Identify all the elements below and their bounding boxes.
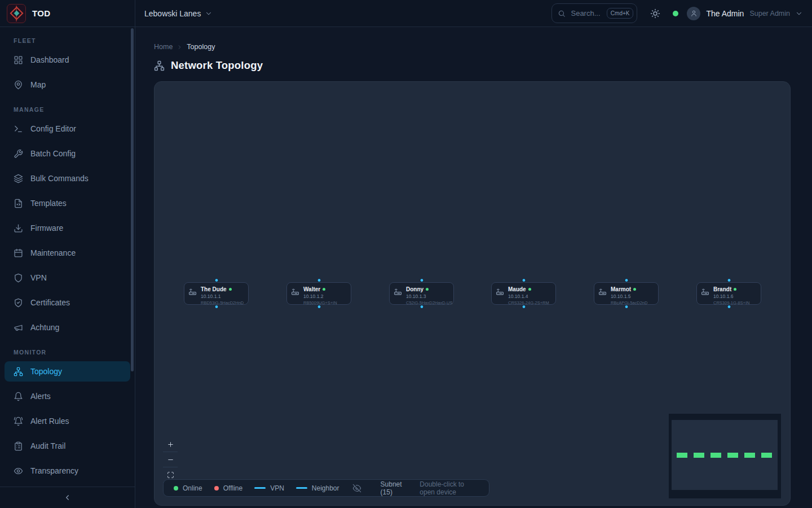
node-handle-top[interactable] (420, 278, 423, 282)
sidebar-item-bulk-commands[interactable]: Bulk Commands (5, 168, 130, 189)
sidebar-item-vpn[interactable]: VPN (5, 268, 130, 288)
search-shortcut-badge: Cmd+K (607, 8, 634, 19)
sidebar-scrollbar[interactable] (131, 28, 134, 371)
router-icon (598, 287, 607, 296)
topology-canvas[interactable]: Online Offline VPN Neighbor Subnet (15) … (154, 81, 791, 506)
minimap-node (710, 453, 721, 458)
minimap-viewport (672, 420, 778, 490)
device-node[interactable]: Donny10.10.1.3C52iG-5HaxD2HaxD-US (389, 282, 454, 305)
node-handle-bottom[interactable] (727, 305, 731, 309)
sidebar-item-map[interactable]: Map (5, 75, 130, 95)
breadcrumb: Home Topology (154, 43, 791, 51)
node-handle-top[interactable] (522, 278, 526, 282)
node-handle-bottom[interactable] (522, 305, 526, 309)
search-input[interactable] (570, 8, 602, 18)
node-handle-top[interactable] (727, 278, 731, 282)
certificates-icon (14, 298, 23, 308)
sidebar-item-alert-rules[interactable]: Alert Rules (5, 411, 130, 431)
node-handle-bottom[interactable] (420, 305, 423, 309)
node-name: Donny (406, 286, 453, 292)
app-logo-text: TOD (32, 8, 51, 18)
sidebar-section-label: MANAGE (14, 106, 121, 113)
minimap-node (677, 453, 687, 458)
zoom-in-button[interactable] (163, 437, 178, 452)
node-handle-bottom[interactable] (624, 305, 628, 309)
node-ip: 10.10.1.3 (406, 294, 453, 299)
legend-vpn: VPN (254, 484, 284, 492)
node-handle-bottom[interactable] (214, 305, 218, 309)
alerts-icon (14, 392, 23, 401)
sidebar-item-label: Maintenance (30, 248, 76, 257)
sidebar-collapse-button[interactable] (0, 487, 135, 508)
node-status-dot (734, 288, 736, 291)
node-ip: 10.10.1.2 (303, 294, 337, 299)
minimap-node (761, 453, 772, 458)
sidebar-item-audit-trail[interactable]: Audit Trail (5, 436, 130, 456)
node-status-dot (426, 288, 429, 291)
legend-subnet-label: Subnet (15) (381, 480, 406, 496)
sidebar-section: MONITORTopologyAlertsAlert RulesAudit Tr… (0, 349, 135, 481)
sidebar-item-topology[interactable]: Topology (5, 361, 130, 382)
sidebar-item-firmware[interactable]: Firmware (5, 218, 130, 238)
toggle-visibility-icon[interactable] (352, 484, 361, 493)
sidebar-item-dashboard[interactable]: Dashboard (5, 50, 130, 70)
chevron-down-icon (205, 10, 213, 17)
minimap[interactable] (669, 414, 781, 498)
sidebar-item-label: Alerts (30, 392, 51, 401)
sidebar-item-achtung[interactable]: Achtung (5, 317, 130, 338)
minus-icon (167, 456, 174, 463)
topology-icon (154, 60, 165, 71)
offline-dot (214, 486, 219, 491)
sidebar-item-label: Map (30, 80, 46, 89)
sidebar-item-templates[interactable]: Templates (5, 193, 130, 213)
sidebar-item-label: VPN (30, 273, 47, 282)
sidebar-item-config-editor[interactable]: Config Editor (5, 119, 130, 139)
sidebar-item-maintenance[interactable]: Maintenance (5, 243, 130, 263)
sidebar-section-label: FLEET (14, 37, 121, 44)
sidebar-item-transparency[interactable]: Transparency (5, 461, 130, 481)
node-model: C52iG-5HaxD2HaxD-US (406, 301, 453, 305)
chevron-left-icon (63, 493, 72, 502)
neighbor-line-swatch (296, 487, 307, 489)
device-node[interactable]: Marmot10.10.1.5RBcAPGi-5acD2nD (594, 282, 659, 305)
sidebar-item-certificates[interactable]: Certificates (5, 292, 130, 313)
sidebar-section: FLEETDashboardMap (0, 37, 135, 95)
breadcrumb-home[interactable]: Home (154, 43, 173, 51)
node-handle-top[interactable] (317, 278, 321, 282)
legend-neighbor: Neighbor (296, 484, 339, 492)
legend-hint: Double-click to open device (420, 480, 479, 496)
user-name: The Admin (706, 9, 744, 18)
router-icon (291, 287, 299, 296)
node-name: Walter (303, 286, 337, 292)
user-menu-chevron-icon[interactable] (795, 10, 803, 17)
node-ip: 10.10.1.4 (508, 294, 549, 299)
router-icon (394, 287, 402, 296)
org-switcher[interactable]: Lebowski Lanes (144, 9, 213, 18)
brand-area: TOD (0, 0, 135, 27)
node-model: RBcAPGi-5acD2nD (611, 301, 647, 305)
zoom-out-button[interactable] (163, 452, 178, 467)
avatar[interactable] (687, 7, 700, 20)
transparency-icon (14, 466, 23, 476)
sidebar-item-label: Achtung (30, 323, 59, 332)
org-name: Lebowski Lanes (144, 9, 201, 18)
node-model: CRS309-1G-8S+IN (713, 301, 749, 305)
minimap-node (694, 453, 704, 458)
sidebar-item-label: Certificates (30, 298, 70, 307)
sidebar-section: MANAGEConfig EditorBatch ConfigBulk Comm… (0, 106, 135, 338)
node-status-dot (229, 288, 232, 291)
config-editor-icon (14, 124, 23, 134)
main-content: Home Topology Network Topology Online (135, 27, 812, 508)
node-handle-top[interactable] (214, 278, 218, 282)
node-handle-top[interactable] (624, 278, 628, 282)
device-node[interactable]: The Dude10.10.1.1RBD53iG-5HacD2HnD (184, 282, 249, 305)
node-handle-bottom[interactable] (317, 305, 321, 309)
device-node[interactable]: Maude10.10.1.4CRS326-24G-2S+RM (491, 282, 556, 305)
theme-toggle-sun-icon[interactable] (650, 8, 660, 19)
sidebar-item-batch-config[interactable]: Batch Config (5, 143, 130, 164)
device-node[interactable]: Brandt10.10.1.6CRS309-1G-8S+IN (696, 282, 761, 305)
sidebar-item-alerts[interactable]: Alerts (5, 386, 130, 406)
search-box[interactable]: Cmd+K (551, 3, 637, 23)
online-dot (174, 486, 178, 491)
device-node[interactable]: Walter10.10.1.2RB5009UG+S+IN (286, 282, 351, 305)
